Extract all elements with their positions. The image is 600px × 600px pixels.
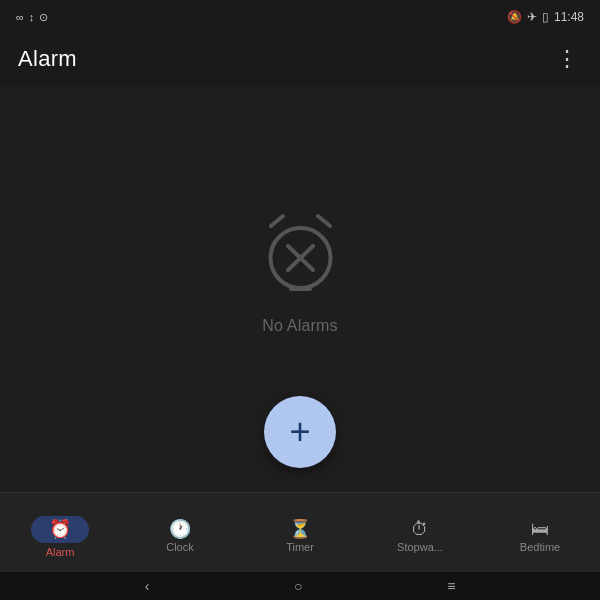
voicemail-icon: ∞ xyxy=(16,11,24,23)
status-bar: ∞ ↕ ⊙ 🔕 ✈ ▯ 11:48 xyxy=(0,0,600,32)
status-right-icons: 🔕 ✈ ▯ 11:48 xyxy=(507,10,584,24)
clock-nav-icon: 🕐 xyxy=(169,520,191,538)
svg-line-1 xyxy=(318,216,330,226)
stopwatch-nav-label: Stopwa... xyxy=(397,541,443,553)
bedtime-nav-label: Bedtime xyxy=(520,541,560,553)
status-left-icons: ∞ ↕ ⊙ xyxy=(16,11,48,24)
no-alarms-icon xyxy=(250,203,350,303)
bedtime-nav-icon: 🛏 xyxy=(531,520,549,538)
app-bar: Alarm ⋮ xyxy=(0,32,600,86)
timer-nav-label: Timer xyxy=(286,541,314,553)
bottom-nav: ⏰ Alarm 🕐 Clock ⏳ Timer ⏱ Stopwa... 🛏 Be… xyxy=(0,492,600,572)
nav-item-clock[interactable]: 🕐 Clock xyxy=(120,493,240,572)
clock-nav-label: Clock xyxy=(166,541,194,553)
mute-icon: 🔕 xyxy=(507,10,522,24)
empty-state: No Alarms xyxy=(250,203,350,335)
back-button[interactable]: ‹ xyxy=(145,578,150,594)
nav-item-bedtime[interactable]: 🛏 Bedtime xyxy=(480,493,600,572)
page-title: Alarm xyxy=(18,46,77,72)
more-options-button[interactable]: ⋮ xyxy=(552,42,582,76)
add-alarm-button[interactable]: + xyxy=(264,396,336,468)
alarm-nav-icon-bg: ⏰ xyxy=(31,516,89,543)
battery-icon: ▯ xyxy=(542,10,549,24)
home-button[interactable]: ○ xyxy=(294,578,302,594)
timer-nav-icon: ⏳ xyxy=(289,520,311,538)
time-display: 11:48 xyxy=(554,10,584,24)
nav-item-stopwatch[interactable]: ⏱ Stopwa... xyxy=(360,493,480,572)
alarm-nav-icon: ⏰ xyxy=(49,519,71,539)
airplane-icon: ✈ xyxy=(527,10,537,24)
no-alarms-label: No Alarms xyxy=(262,317,338,335)
usb-icon: ↕ xyxy=(29,11,35,23)
notification-icon: ⊙ xyxy=(39,11,48,24)
recent-apps-button[interactable]: ≡ xyxy=(447,578,455,594)
system-nav-bar: ‹ ○ ≡ xyxy=(0,572,600,600)
nav-item-alarm[interactable]: ⏰ Alarm xyxy=(0,493,120,572)
nav-item-timer[interactable]: ⏳ Timer xyxy=(240,493,360,572)
main-content: No Alarms + xyxy=(0,86,600,492)
svg-line-0 xyxy=(271,216,283,226)
stopwatch-nav-icon: ⏱ xyxy=(411,520,429,538)
alarm-nav-label: Alarm xyxy=(46,546,75,558)
